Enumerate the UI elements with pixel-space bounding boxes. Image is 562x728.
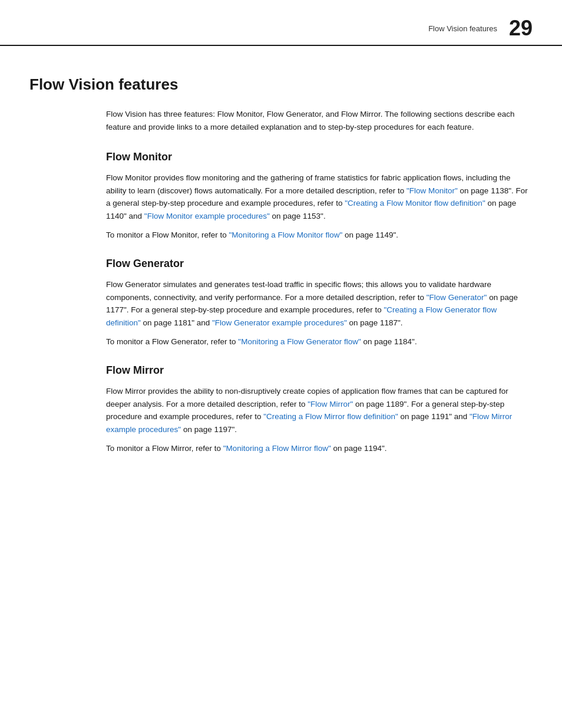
page-number: 29 [509,18,533,39]
flow-generator-title: Flow Generator [106,258,533,270]
flow-mirror-text5: To monitor a Flow Mirror, refer to [106,444,223,453]
page-header: Flow Vision features 29 [0,0,562,45]
flow-mirror-link1[interactable]: "Flow Mirror" [308,400,353,409]
flow-monitor-title: Flow Monitor [106,151,533,163]
flow-mirror-para1: Flow Mirror provides the ability to non-… [106,385,533,436]
flow-monitor-text5: To monitor a Flow Monitor, refer to [106,230,229,239]
intro-paragraph: Flow Vision has three features: Flow Mon… [106,108,533,133]
flow-generator-para2: To monitor a Flow Generator, refer to "M… [106,335,533,348]
main-content: Flow Vision features Flow Vision has thr… [0,58,562,500]
flow-mirror-title: Flow Mirror [106,364,533,377]
flow-monitor-link4[interactable]: "Monitoring a Flow Monitor flow" [229,230,343,239]
flow-monitor-link2[interactable]: "Creating a Flow Monitor flow definition… [345,199,485,207]
page-container: Flow Vision features 29 Flow Vision feat… [0,0,562,728]
flow-generator-text6: on page 1184". [361,337,417,346]
flow-monitor-link3[interactable]: "Flow Monitor example procedures" [144,212,270,220]
flow-mirror-text4: on page 1197". [181,425,237,434]
flow-monitor-link1[interactable]: "Flow Monitor" [406,186,458,195]
flow-monitor-text4: on page 1153". [270,212,326,220]
header-divider [0,45,562,46]
flow-generator-body: Flow Generator simulates and generates t… [106,278,533,348]
flow-generator-text3: on page 1181" and [141,318,212,327]
flow-generator-text5: To monitor a Flow Generator, refer to [106,337,238,346]
section-flow-mirror: Flow Mirror Flow Mirror provides the abi… [29,364,533,454]
flow-mirror-body: Flow Mirror provides the ability to non-… [106,385,533,454]
flow-mirror-text3: on page 1191" and [398,412,470,421]
page-title: Flow Vision features [29,75,533,94]
flow-mirror-link4[interactable]: "Monitoring a Flow Mirror flow" [223,444,331,453]
chapter-title-header: Flow Vision features [428,24,497,33]
section-flow-generator: Flow Generator Flow Generator simulates … [29,258,533,348]
flow-monitor-text6: on page 1149". [342,230,398,239]
section-flow-monitor: Flow Monitor Flow Monitor provides flow … [29,151,533,241]
flow-mirror-text6: on page 1194". [331,444,387,453]
flow-mirror-link2[interactable]: "Creating a Flow Mirror flow definition" [263,412,398,421]
flow-generator-para1: Flow Generator simulates and generates t… [106,278,533,329]
intro-text: Flow Vision has three features: Flow Mon… [106,110,515,131]
flow-monitor-body: Flow Monitor provides flow monitoring an… [106,172,533,241]
flow-mirror-para2: To monitor a Flow Mirror, refer to "Moni… [106,442,533,455]
flow-monitor-para1: Flow Monitor provides flow monitoring an… [106,172,533,222]
flow-generator-link3[interactable]: "Flow Generator example procedures" [212,318,347,327]
flow-generator-text4: on page 1187". [347,318,403,327]
flow-generator-link1[interactable]: "Flow Generator" [427,293,487,302]
flow-monitor-para2: To monitor a Flow Monitor, refer to "Mon… [106,229,533,242]
flow-generator-link4[interactable]: "Monitoring a Flow Generator flow" [238,337,361,346]
